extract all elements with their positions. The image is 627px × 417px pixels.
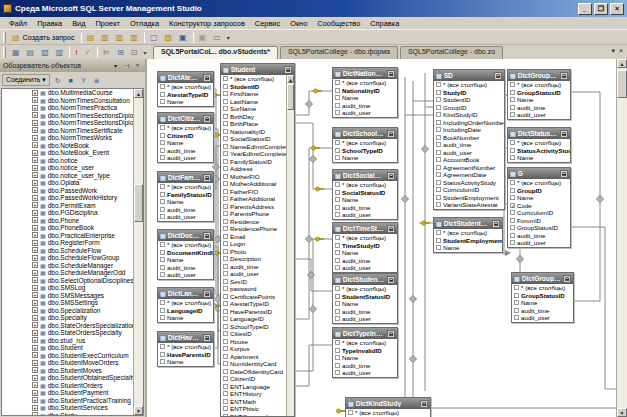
expand-icon[interactable]: + (32, 352, 38, 358)
column-checkbox[interactable] (160, 184, 165, 189)
column-row[interactable]: * (все столбцы) (158, 83, 213, 91)
column-row[interactable]: audit_time (512, 307, 573, 315)
tree-item[interactable]: +▦dbo.PassedWork (2, 187, 133, 195)
column-row[interactable]: LanguageID (158, 307, 213, 315)
column-row[interactable]: * (все столбцы) (512, 284, 573, 292)
column-row[interactable]: * (все столбцы) (508, 139, 570, 147)
table-DictHaveParents[interactable]: ▦DictHaveParents⊟* (все столбцы)HavePare… (157, 331, 214, 367)
column-checkbox[interactable] (223, 129, 228, 134)
column-checkbox[interactable] (160, 133, 165, 138)
column-checkbox[interactable] (514, 300, 519, 305)
expand-icon[interactable]: + (32, 382, 38, 388)
column-row[interactable]: Photo (221, 248, 286, 256)
scroll-down-icon[interactable]: ▼ (134, 406, 143, 415)
column-checkbox[interactable] (436, 180, 441, 185)
column-checkbox[interactable] (160, 272, 165, 277)
new-document-button[interactable]: ▢ (147, 31, 161, 44)
column-row[interactable]: * (все столбцы) (333, 181, 397, 189)
column-checkbox[interactable] (160, 242, 165, 247)
column-checkbox[interactable] (223, 219, 228, 224)
column-checkbox[interactable] (436, 135, 441, 140)
column-checkbox[interactable] (510, 148, 515, 153)
script-icon[interactable]: ≣ (91, 74, 103, 86)
column-row[interactable]: Name (508, 194, 570, 202)
column-checkbox[interactable] (223, 99, 228, 104)
table-header[interactable]: ▦DictAtestatType⊟ (158, 72, 213, 83)
column-checkbox[interactable] (335, 182, 340, 187)
table-header[interactable]: ▦DictDocumentKind⊟ (158, 230, 213, 241)
column-row[interactable]: YearEdInstCompleted (221, 150, 286, 158)
table-collapse-button[interactable]: ⊟ (560, 72, 568, 80)
column-row[interactable]: NameEdInstCompleted (221, 143, 286, 151)
column-checkbox[interactable] (223, 346, 228, 351)
column-row[interactable]: HaveParentsID (158, 351, 213, 359)
column-checkbox[interactable] (223, 399, 228, 404)
column-row[interactable]: audit_user (333, 109, 397, 117)
column-checkbox[interactable] (436, 245, 441, 250)
column-checkbox[interactable] (223, 121, 228, 126)
object-explorer-header[interactable]: Обозреватель объектов ▾⊣× (0, 59, 145, 72)
column-row[interactable]: CertificatePoints (221, 293, 286, 301)
column-checkbox[interactable] (223, 279, 228, 284)
column-checkbox[interactable] (510, 180, 515, 185)
table-header[interactable]: ▦DictFamilyStatus⊟ (158, 172, 213, 183)
column-row[interactable]: Apartment (221, 353, 286, 361)
column-checkbox[interactable] (510, 105, 515, 110)
tree-item[interactable]: +▦dbo.ScheduleFlow (2, 247, 133, 255)
column-row[interactable]: AtestatTypeID (158, 91, 213, 99)
menu-item-9[interactable]: Сообщество (312, 19, 365, 28)
column-checkbox[interactable] (223, 166, 228, 171)
column-checkbox[interactable] (160, 257, 165, 262)
table-header[interactable]: ▦G⊟ (508, 168, 570, 179)
column-checkbox[interactable] (514, 293, 519, 298)
column-row[interactable]: StudentStatusID (333, 293, 397, 301)
scroll-down-icon[interactable]: ▼ (617, 408, 627, 417)
column-row[interactable]: ResidencePhone (221, 225, 286, 233)
column-row[interactable]: * (все столбцы) (158, 241, 213, 249)
tree-item[interactable]: +▦dbo.ScheduleFlowGroup (2, 254, 133, 262)
column-row[interactable]: FatherFIO (221, 188, 286, 196)
table-collapse-button[interactable]: ⊟ (494, 72, 502, 80)
mdx-query-button[interactable]: ▥ (127, 31, 141, 44)
connect-button[interactable]: Соединить ▾ (2, 74, 50, 86)
expand-icon[interactable]: + (32, 210, 38, 216)
column-checkbox[interactable] (160, 99, 165, 104)
column-row[interactable]: Name (508, 96, 570, 104)
column-row[interactable]: audit_time (434, 141, 504, 149)
column-checkbox[interactable] (223, 324, 228, 329)
tree-item[interactable]: +▦dbo.SMSSettings (2, 299, 133, 307)
column-row[interactable]: HaveParentsID (221, 308, 286, 316)
column-checkbox[interactable] (223, 234, 228, 239)
column-row[interactable]: * (все столбцы) (434, 229, 502, 237)
expand-icon[interactable]: + (32, 360, 38, 366)
column-row[interactable]: audit_user (221, 270, 286, 278)
table-DictGroupStatus_1[interactable]: ▦DictGroupStatus_1⊟* (все столбцы)GroupS… (511, 272, 574, 323)
column-checkbox[interactable] (335, 286, 340, 291)
column-checkbox[interactable] (160, 352, 165, 357)
menu-item-2[interactable]: Правка (32, 19, 67, 28)
column-row[interactable]: * (все столбцы) (333, 339, 397, 347)
column-row[interactable]: CurriculumID (508, 209, 570, 217)
expand-icon[interactable]: + (32, 90, 38, 96)
analysis-service-query-button[interactable]: ▥ (113, 31, 127, 44)
table-DictAtestatType[interactable]: ▦DictAtestatType⊟* (все столбцы)AtestatT… (157, 71, 214, 107)
scroll-thumb[interactable] (617, 70, 627, 98)
column-checkbox[interactable] (160, 300, 165, 305)
column-checkbox[interactable] (335, 95, 340, 100)
close-button[interactable]: × (610, 3, 624, 15)
column-row[interactable]: CitizenID (221, 375, 286, 383)
column-checkbox[interactable] (510, 155, 515, 160)
column-row[interactable]: audit_user (508, 111, 570, 119)
column-checkbox[interactable] (436, 105, 441, 110)
filter-icon[interactable]: Y (78, 74, 90, 86)
column-checkbox[interactable] (335, 155, 340, 160)
column-checkbox[interactable] (223, 339, 228, 344)
show-diagram-pane-button[interactable]: ▦ (9, 46, 23, 59)
column-checkbox[interactable] (335, 370, 340, 375)
tree-item[interactable]: +▦dbo.PhoneBook (2, 224, 133, 232)
refresh-icon[interactable]: ↻ (52, 74, 64, 86)
table-collapse-button[interactable]: ⊟ (203, 232, 211, 240)
column-checkbox[interactable] (223, 406, 228, 411)
tree-item[interactable]: +▦dbo.StudentMoveOrders (2, 359, 133, 367)
column-checkbox[interactable] (335, 190, 340, 195)
